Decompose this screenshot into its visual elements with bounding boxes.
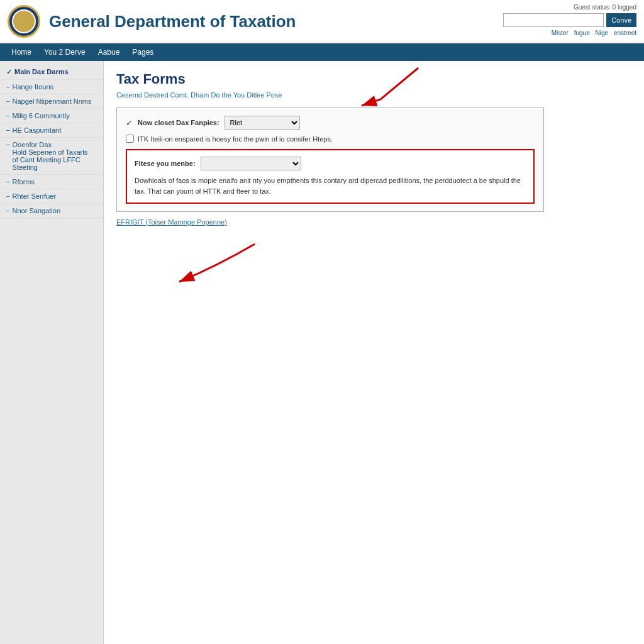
bullet-icon-5: –	[6, 141, 10, 148]
arrow-2	[154, 241, 267, 293]
checkmark-icon: ✓	[6, 68, 12, 76]
header-links: Mister fugue Nige enstreet	[548, 30, 636, 36]
layout: ✓ Main Dax Darms – Hange Itouns – Napgel…	[0, 61, 644, 644]
bullet-icon-6: –	[6, 178, 10, 185]
bullet-icon-7: –	[6, 192, 10, 199]
sidebar-label-he: HE Caspumtant	[13, 126, 62, 134]
sidebar-item-rhter[interactable]: – Rhter Serrfuer	[0, 189, 103, 204]
filter-label: Fltese you menbe:	[135, 160, 196, 167]
header-link-1[interactable]: Mister	[552, 30, 569, 36]
sidebar-label-hange: Hange Itouns	[13, 83, 53, 91]
filter-row: Fltese you menbe:	[135, 157, 526, 170]
sidebar-label-rhter: Rhter Serrfuer	[13, 192, 57, 200]
page-subtitle: Cesemd Destred Comt. Dham Do the You Dit…	[116, 91, 631, 99]
sidebar-item-napgel[interactable]: – Napgel Ntipenmant Nnms	[0, 94, 103, 109]
nav-pages[interactable]: Pages	[126, 43, 160, 61]
navbar: Home You 2 Derve Aabue Pages	[0, 43, 644, 61]
sidebar-label-napgel: Napgel Ntipenmant Nnms	[13, 97, 92, 105]
main-wrapper: Tax Forms Cesemd Destred Comt. Dham Do t…	[116, 71, 631, 226]
search-row: Conve	[503, 13, 636, 27]
page-title: Tax Forms	[116, 71, 631, 87]
header-link-2[interactable]: fugue	[574, 30, 590, 36]
nav-you2derve[interactable]: You 2 Derve	[38, 43, 92, 61]
sidebar-item-mlitg[interactable]: – Mlitg 6 Communtiy	[0, 109, 103, 123]
sidebar-label-mlitg: Mlitg 6 Communtiy	[13, 112, 70, 119]
bullet-icon-8: –	[6, 207, 10, 214]
sidebar-item-hange[interactable]: – Hange Itouns	[0, 80, 103, 94]
logo	[8, 5, 40, 38]
category-label: Now closet Dax Fanpies:	[138, 119, 219, 126]
bullet-icon-4: –	[6, 126, 10, 133]
sidebar-item-main-dax[interactable]: ✓ Main Dax Darms	[0, 65, 103, 80]
header-link-3[interactable]: Nige	[596, 30, 609, 36]
category-row: ✓ Now closet Dax Fanpies: Rlet	[126, 116, 535, 130]
checkbox-row: ITK Iteili-on enspared is hoesy foc the …	[126, 135, 535, 143]
search-button[interactable]: Conve	[606, 13, 636, 27]
sidebar-label-nnor: Nnor Sangation	[13, 207, 60, 214]
main-content: Tax Forms Cesemd Destred Comt. Dham Do t…	[104, 61, 644, 644]
highlighted-section: Fltese you menbe: Dowhloals of faos is m…	[126, 149, 535, 204]
nav-home[interactable]: Home	[5, 43, 38, 61]
checkbox-label: ITK Iteili-on enspared is hoesy foc the …	[138, 135, 333, 143]
sidebar-item-nnor[interactable]: – Nnor Sangation	[0, 204, 103, 218]
sidebar-label-ooenfor: Ooenfor DaxHold Sepenen of Taxarlsof Can…	[13, 141, 88, 171]
sidebar: ✓ Main Dax Darms – Hange Itouns – Napgel…	[0, 61, 104, 644]
sidebar-label-main-dax: Main Dax Darms	[14, 68, 69, 75]
sidebar-item-forms[interactable]: – Rforms	[0, 175, 103, 189]
sidebar-item-ooenfor[interactable]: – Ooenfor DaxHold Sepenen of Taxarlsof C…	[0, 138, 103, 175]
site-title: General Department of Taxation	[49, 12, 296, 31]
bullet-icon-1: –	[6, 83, 10, 90]
header: General Department of Taxation Guest sta…	[0, 0, 644, 43]
header-link-4[interactable]: enstreet	[614, 30, 636, 36]
filter-select[interactable]	[201, 157, 301, 170]
search-input[interactable]	[503, 13, 604, 27]
category-select[interactable]: Rlet	[225, 116, 300, 130]
sidebar-label-forms: Rforms	[13, 178, 35, 186]
bullet-icon-3: –	[6, 112, 10, 119]
bullet-icon-2: –	[6, 97, 10, 104]
description-text: Dowhloals of faos is mopie enaifo anit n…	[135, 175, 526, 196]
content-box: ✓ Now closet Dax Fanpies: Rlet ITK Iteil…	[116, 108, 544, 212]
logo-inner	[12, 9, 36, 33]
bottom-link[interactable]: EFRIGIT (Toiser Mamnge Pnpenne)	[116, 218, 631, 226]
sidebar-item-he[interactable]: – HE Caspumtant	[0, 123, 103, 138]
checkmark-form-icon: ✓	[126, 118, 133, 128]
checkbox-itk[interactable]	[126, 135, 134, 143]
user-info: Guest status: 0 logged	[574, 4, 636, 11]
nav-aabue[interactable]: Aabue	[92, 43, 126, 61]
header-right-panel: Guest status: 0 logged Conve Mister fugu…	[503, 4, 636, 36]
